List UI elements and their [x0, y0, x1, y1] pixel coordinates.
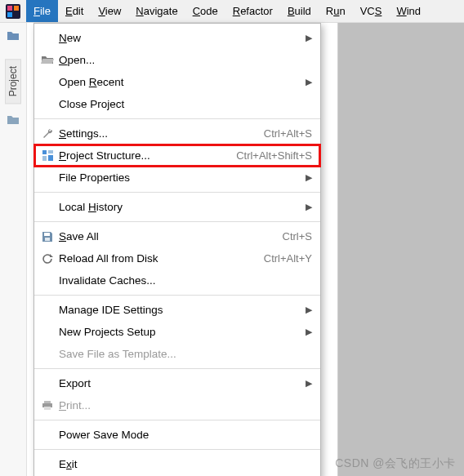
menu-file[interactable]: File [26, 0, 58, 22]
menu-refactor[interactable]: Refactor [225, 0, 280, 22]
menu-item-save-as-template: Save File as Template... [34, 343, 320, 365]
chevron-right-icon: ▶ [306, 305, 312, 315]
menu-run[interactable]: Run [319, 0, 353, 22]
shortcut-label: Ctrl+Alt+S [264, 127, 312, 140]
menubar: File Edit View Navigate Code Refactor Bu… [0, 0, 464, 23]
menu-separator [34, 221, 320, 222]
chevron-right-icon: ▶ [306, 77, 312, 87]
print-icon [39, 400, 56, 411]
svg-rect-3 [7, 12, 12, 17]
svg-rect-12 [44, 407, 51, 410]
shortcut-label: Ctrl+Alt+Y [264, 252, 312, 265]
shortcut-label: Ctrl+Alt+Shift+S [236, 149, 312, 162]
menu-item-settings[interactable]: Settings... Ctrl+Alt+S [34, 122, 320, 145]
chevron-right-icon: ▶ [306, 202, 312, 212]
app-logo-icon [0, 0, 26, 22]
editor-canvas [337, 23, 464, 476]
folder-open-icon [39, 55, 56, 65]
folder-icon[interactable] [5, 28, 21, 44]
menu-item-file-properties[interactable]: File Properties ▶ [34, 167, 320, 189]
svg-rect-8 [44, 233, 50, 236]
menu-separator [34, 449, 320, 450]
menu-view[interactable]: View [91, 0, 128, 22]
svg-rect-7 [48, 155, 53, 161]
menu-separator [34, 420, 320, 420]
chevron-right-icon: ▶ [306, 327, 312, 337]
menu-item-close-project[interactable]: Close Project [34, 93, 320, 115]
project-structure-icon [39, 149, 56, 162]
menu-item-new-projects-setup[interactable]: New Projects Setup ▶ [34, 321, 320, 343]
menu-item-invalidate-caches[interactable]: Invalidate Caches... [34, 269, 320, 291]
menu-edit[interactable]: Edit [58, 0, 91, 22]
svg-rect-5 [48, 150, 53, 153]
chevron-right-icon: ▶ [306, 378, 312, 389]
menu-window[interactable]: Wind [389, 0, 428, 22]
menu-separator [34, 368, 320, 369]
svg-rect-10 [44, 401, 51, 403]
menu-item-manage-ide-settings[interactable]: Manage IDE Settings ▶ [34, 299, 320, 321]
watermark-text: CSDN @会飞的王小卡 [335, 456, 456, 471]
menu-item-export[interactable]: Export ▶ [34, 372, 320, 394]
menu-item-power-save-mode[interactable]: Power Save Mode [34, 424, 320, 446]
menu-item-save-all[interactable]: Save All Ctrl+S [34, 225, 320, 247]
tool-window-rail: Project [0, 23, 27, 476]
menu-separator [34, 295, 320, 296]
file-menu-dropdown: New ▶ Open... Open Recent ▶ Close Projec… [33, 23, 321, 476]
reload-icon [39, 253, 56, 265]
menu-item-exit[interactable]: Exit [34, 453, 320, 475]
menu-separator [34, 192, 320, 193]
project-tool-tab[interactable]: Project [5, 59, 21, 104]
shortcut-label: Ctrl+S [283, 230, 312, 242]
menu-build[interactable]: Build [280, 0, 319, 22]
chevron-right-icon: ▶ [306, 172, 312, 183]
menu-code[interactable]: Code [185, 0, 225, 22]
svg-rect-4 [42, 150, 47, 154]
menu-navigate[interactable]: Navigate [128, 0, 185, 22]
svg-rect-6 [42, 156, 47, 161]
menu-item-local-history[interactable]: Local History ▶ [34, 196, 320, 218]
folder-icon[interactable] [5, 112, 21, 128]
menu-item-project-structure[interactable]: Project Structure... Ctrl+Alt+Shift+S [34, 145, 320, 167]
svg-rect-9 [45, 238, 50, 241]
menu-item-open-recent[interactable]: Open Recent ▶ [34, 71, 320, 93]
menu-item-open[interactable]: Open... [34, 49, 320, 71]
save-icon [39, 231, 56, 242]
menu-item-print: Print... [34, 394, 320, 416]
chevron-right-icon: ▶ [306, 33, 312, 43]
svg-rect-2 [14, 6, 19, 11]
svg-rect-1 [7, 6, 12, 11]
menu-item-reload-from-disk[interactable]: Reload All from Disk Ctrl+Alt+Y [34, 247, 320, 269]
menu-item-new[interactable]: New ▶ [34, 27, 320, 49]
wrench-icon [39, 127, 56, 140]
menu-separator [34, 118, 320, 119]
menu-vcs[interactable]: VCS [353, 0, 390, 22]
